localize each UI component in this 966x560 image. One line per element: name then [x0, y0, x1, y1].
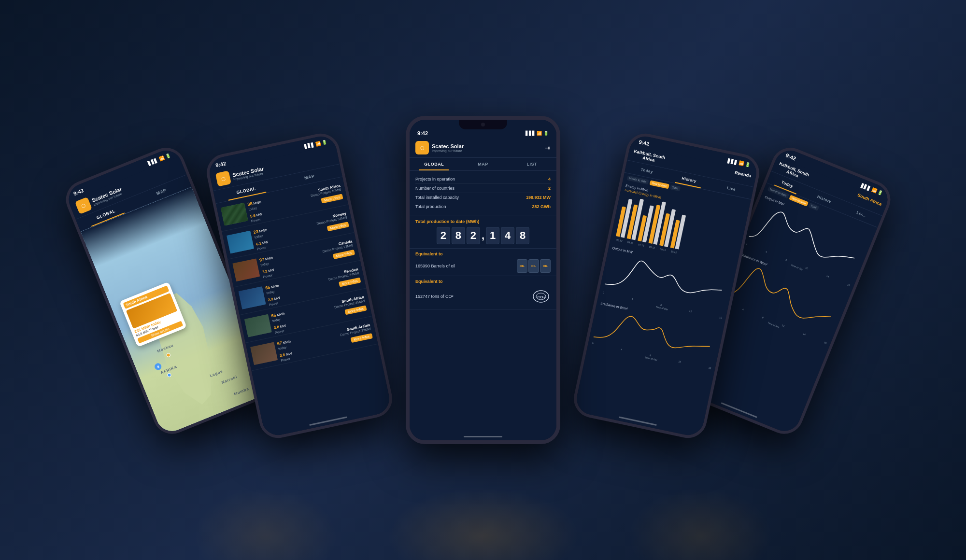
list-info-4: Sweden Demo Project 34MW More Infos	[327, 267, 361, 290]
equiv-oil-content: 165990 Barrels of oil OIL OIL OIL	[415, 259, 551, 273]
home-indicator-right	[619, 416, 657, 426]
glow-left	[193, 488, 338, 560]
glow-right	[628, 488, 773, 560]
stat-value-countries: 2	[548, 186, 551, 191]
more-btn-4[interactable]: More Infos	[339, 278, 361, 287]
phone-center: 9:42 ▋▋▋ 📶 🔋 ⬡ Scatec Solar Improving ou…	[406, 116, 560, 444]
irr-far-time-8: 8	[762, 316, 764, 319]
stat-value-projects: 4	[548, 177, 551, 182]
location-name-rwanda: Rwanda	[734, 170, 752, 178]
more-btn-1[interactable]: More Infos	[321, 194, 343, 203]
more-btn-3[interactable]: More Infos	[333, 250, 355, 259]
irr-time-0: 0	[592, 342, 594, 345]
list-thumb-6	[250, 342, 278, 365]
production-title: Total production to date (MWh)	[415, 219, 551, 224]
tab-global-center[interactable]: GLOBAL	[410, 158, 458, 170]
home-indicator-far-right	[721, 402, 757, 418]
svg-text:CO₂: CO₂	[538, 295, 545, 299]
app-name-center: Scatec Solar	[432, 143, 464, 149]
list-mwh-unit-6: MWh	[282, 339, 291, 345]
list-info-2: Norway Demo Project 34MW More Infos	[315, 211, 349, 234]
stat-label-projects: Projects in operation	[415, 177, 455, 182]
irr-time-4: 4	[621, 348, 623, 350]
camera-dot-center	[481, 123, 485, 126]
co2-icon-svg: CO₂	[531, 287, 551, 306]
list-info-5: South Africa Demo Project 45MW More Info…	[333, 295, 367, 318]
list-thumb-3	[232, 258, 260, 281]
barrel-3: OIL	[540, 259, 551, 273]
stat-row-countries: Number of countries 2	[415, 184, 551, 193]
barrel-1: OIL	[517, 259, 527, 273]
list-mwh-unit-1: MWh	[252, 200, 261, 206]
equiv-co2-title: Equivalent to	[415, 279, 551, 284]
list-info-6: Saudi Arabia Demo Project 23MW More Info…	[339, 323, 373, 346]
logo-text-left: Scatec Solar Improving our future	[232, 166, 265, 181]
time-center: 9:42	[417, 130, 428, 136]
logo-icon-center: ⬡	[415, 141, 429, 154]
oil-barrels: OIL OIL OIL	[517, 259, 551, 273]
irr-far-time-4: 4	[742, 308, 744, 311]
logo-icon-left: ⬡	[215, 170, 231, 186]
stat-row-projects: Projects in operation 4	[415, 175, 551, 184]
map-label-lagos: Lagos	[209, 369, 224, 378]
time-12: 12	[689, 309, 692, 313]
status-icons-center: ▋▋▋ 📶 🔋	[526, 131, 549, 136]
equiv-co2-content: 152747 tons of CO² CO₂	[415, 287, 551, 306]
more-btn-5[interactable]: More Infos	[344, 305, 367, 315]
map-pin-2[interactable]	[167, 373, 171, 378]
bar-label-2: 06.12	[626, 240, 635, 245]
stat-row-capacity: Total installed capacity 198.932 MW	[415, 193, 551, 202]
odometer-digit-4: 4	[501, 227, 514, 244]
glow-center	[386, 488, 580, 560]
odometer-digit-5: 8	[516, 227, 529, 244]
odometer-comma: ,	[482, 227, 484, 244]
list-thumb-4	[239, 286, 266, 309]
stat-row-production: Total production 282 GWh	[415, 202, 551, 211]
scene: 9:42 ▋▋▋📶🔋 ⬡ Scatec Solar Improving our …	[0, 0, 966, 560]
exit-icon[interactable]: ⇥	[545, 144, 551, 152]
logo-icon-far-left: ⬡	[75, 197, 92, 214]
stat-label-countries: Number of countries	[415, 186, 455, 191]
logo-area-center: ⬡ Scatec Solar Improving our future	[415, 141, 464, 154]
bar-label-5: 09.12	[658, 247, 668, 252]
stats-section: Projects in operation 4 Number of countr…	[410, 171, 556, 215]
bar-label-1: 05.12	[615, 238, 624, 243]
out-time-4: 4	[765, 250, 767, 253]
app-tagline-center: Improving our future	[432, 149, 464, 153]
stat-value-production: 282 GWh	[532, 204, 551, 209]
time-4: 4	[631, 297, 633, 300]
odometer-digit-3: 1	[486, 227, 499, 244]
tab-list-center[interactable]: LIST	[508, 158, 556, 170]
screen-center: 9:42 ▋▋▋ 📶 🔋 ⬡ Scatec Solar Improving ou…	[410, 120, 556, 440]
list-mw-unit-3: MW	[267, 268, 275, 273]
equiv-oil-title: Equivalent to	[415, 252, 551, 256]
nav-tabs-center[interactable]: GLOBAL MAP LIST	[410, 158, 556, 171]
location-right-right: Rwanda	[733, 170, 752, 183]
time-0: 0	[603, 291, 605, 294]
equiv-oil-section: Equivalent to 165990 Barrels of oil OIL …	[410, 249, 556, 276]
list-info-3: Canada Demo Project 12MW More Infos	[321, 239, 355, 262]
more-btn-6[interactable]: More Infos	[351, 333, 373, 343]
period-total-right[interactable]: Total	[670, 184, 681, 191]
list-thumb-2	[227, 231, 254, 254]
map-label-mumbai: Mumba	[233, 387, 250, 397]
list-mwh-unit-5: MWh	[276, 312, 285, 317]
list-info-1: South Africa Demo Project 40MW More Info…	[310, 183, 343, 206]
equiv-co2-text: 152747 tons of CO²	[415, 294, 454, 299]
co2-icon-area: CO₂	[531, 287, 551, 306]
list-mwh-unit-3: MWh	[264, 256, 273, 261]
odometer: 2 8 2 , 1 4 8	[415, 227, 551, 244]
equiv-oil-text: 165990 Barrels of oil	[415, 264, 455, 268]
list-thumb-1	[221, 203, 248, 226]
stat-label-production: Total production	[415, 204, 446, 209]
list-mwh-unit-2: MWh	[258, 228, 267, 234]
out-time-2: 2	[745, 242, 748, 245]
tab-map-center[interactable]: MAP	[458, 158, 507, 170]
list-mw-unit-6: MW	[284, 351, 292, 356]
time-16: 16	[719, 316, 723, 319]
bar-label-6: 10.12	[669, 250, 679, 254]
list-thumb-5	[244, 314, 272, 337]
production-section: Total production to date (MWh) 2 8 2 , 1…	[410, 215, 556, 249]
map-label-nairobi: Nairobi	[221, 374, 238, 384]
more-btn-2[interactable]: More Infos	[327, 222, 349, 231]
